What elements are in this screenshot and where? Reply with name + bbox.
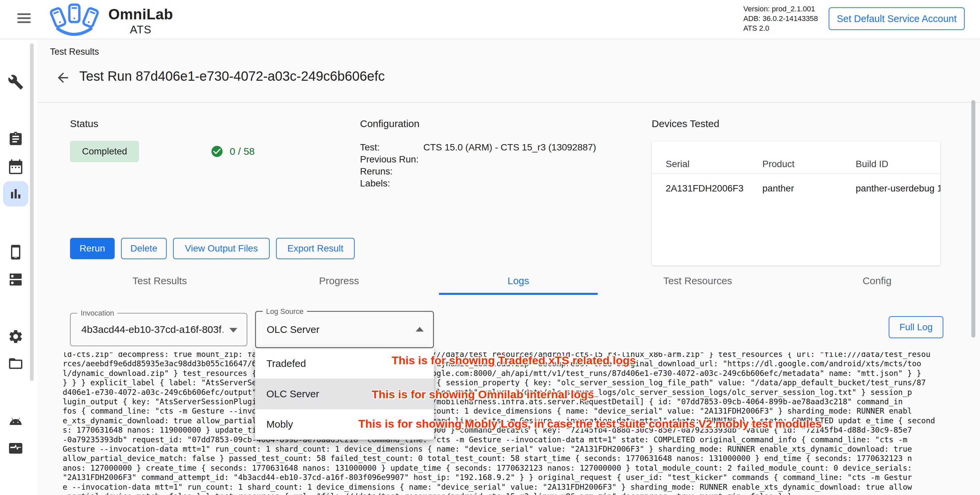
status-badge: Completed (70, 141, 139, 162)
sidebar-item-test-results[interactable] (8, 186, 24, 202)
annotation-olc-server: This is for showing Omnilab internal log… (372, 388, 594, 401)
sidebar-item-test-plans[interactable] (8, 131, 24, 147)
annotation-tradefed: This is for showing Tradefed xTS related… (392, 354, 636, 367)
menu-icon[interactable] (18, 13, 31, 23)
app-root: OmniLab ATS Version: prod_2.1.001 ADB: 3… (0, 0, 980, 495)
check-circle-icon (210, 145, 224, 158)
page-title: Test Run 87d406e1-e730-4072-a03c-249c6b6… (80, 69, 385, 84)
config-row-reruns: Reruns: (360, 166, 596, 177)
app-name: OmniLab (108, 6, 173, 23)
wrench-icon (8, 74, 24, 90)
tab-test-results[interactable]: Test Results (70, 270, 249, 295)
sidebar-item-build[interactable] (8, 74, 24, 90)
config-label: Reruns: (360, 166, 423, 177)
adb-line: ADB: 36.0.2-14143358 (743, 14, 818, 23)
calendar-icon (8, 159, 24, 175)
brand: OmniLab ATS (108, 6, 173, 36)
version-line: Version: prod_2.1.001 (743, 4, 818, 14)
config-row-previous-run: Previous Run: (360, 153, 596, 166)
tab-bar: Test Results Progress Logs Test Resource… (70, 270, 967, 295)
col-build-id: Build ID (856, 159, 940, 169)
devices-tested-heading: Devices Tested (652, 118, 719, 129)
failed-total-count: 0 / 58 (230, 146, 255, 157)
cell-build-id: panther-userdebug 15 r (856, 183, 940, 194)
main-content: Test Results Test Run 87d406e1-e730-4072… (37, 39, 980, 495)
ats-line: ATS 2.0 (743, 23, 818, 33)
col-serial: Serial (666, 159, 759, 169)
chevron-up-icon (416, 327, 424, 332)
view-output-files-button[interactable]: View Output Files (173, 238, 270, 259)
android-icon (8, 413, 24, 429)
chevron-down-icon (229, 328, 237, 332)
action-buttons: Rerun Delete View Output Files Export Re… (70, 238, 361, 259)
rerun-button[interactable]: Rerun (70, 238, 115, 259)
invocation-select[interactable]: Invocation 4b3acd44-eb10-37cd-a16f-803f… (70, 313, 247, 346)
devices-table: Serial Product Build ID 2A131FDH2006F3 p… (652, 141, 940, 265)
section-divider (37, 102, 980, 103)
sidebar-item-schedule[interactable] (8, 159, 24, 175)
app-header: OmniLab ATS Version: prod_2.1.001 ADB: 3… (0, 0, 980, 39)
back-button[interactable] (55, 70, 71, 85)
config-value: CTS 15.0 (ARM) - CTS 15_r3 (13092887) (423, 141, 596, 153)
page-scrollbar[interactable] (971, 100, 975, 338)
export-result-button[interactable]: Export Result (276, 238, 355, 259)
storage-icon (8, 271, 24, 287)
app-subtitle: ATS (108, 23, 173, 36)
status-heading: Status (70, 118, 98, 129)
cell-product: panther (762, 183, 852, 194)
log-source-value: OLC Server (267, 312, 410, 347)
set-default-service-account-button[interactable]: Set Default Service Account (829, 7, 965, 30)
breadcrumb: Test Results (50, 47, 99, 57)
sidebar-scrollbar[interactable] (30, 43, 33, 381)
folder-icon (8, 356, 24, 372)
sidebar-item-files[interactable] (8, 356, 24, 372)
config-label: Labels: (360, 177, 423, 190)
config-label: Previous Run: (360, 153, 423, 166)
log-source-select[interactable]: Log Source OLC Server (255, 311, 434, 348)
sidebar-item-android[interactable] (8, 413, 24, 429)
clipboard-icon (8, 131, 24, 147)
sidebar-item-hosts[interactable] (8, 271, 24, 287)
full-log-button[interactable]: Full Log (889, 316, 943, 338)
smartphone-icon (8, 244, 24, 260)
tab-progress[interactable]: Progress (249, 270, 429, 295)
arrow-back-icon (55, 70, 71, 85)
cell-serial: 2A131FDH2006F3 (666, 183, 759, 194)
omnilab-logo-icon (45, 2, 104, 39)
devices-table-header: Serial Product Build ID (652, 141, 940, 174)
annotation-mobly: This is for showing Mobly Logs, in case … (358, 417, 822, 430)
sidebar-item-settings[interactable] (8, 329, 24, 345)
result-summary: 0 / 58 (210, 141, 255, 161)
bar-chart-icon (8, 186, 24, 202)
tab-logs[interactable]: Logs (429, 270, 608, 295)
config-row-labels: Labels: (360, 177, 596, 190)
monitor-icon (8, 440, 24, 456)
version-info: Version: prod_2.1.001 ADB: 36.0.2-141433… (743, 4, 818, 33)
config-label: Test: (360, 141, 423, 153)
tab-config[interactable]: Config (788, 270, 967, 295)
sidebar-item-monitoring[interactable] (8, 440, 24, 456)
configuration-heading: Configuration (360, 118, 419, 129)
configuration-rows: Test: CTS 15.0 (ARM) - CTS 15_r3 (130928… (360, 141, 596, 190)
sidebar-nav (0, 39, 32, 495)
gear-icon (8, 329, 24, 345)
tab-test-resources[interactable]: Test Resources (608, 270, 788, 295)
invocation-value: 4b3acd44-eb10-37cd-a16f-803f… (81, 313, 223, 346)
sidebar-item-devices[interactable] (8, 244, 24, 260)
config-row-test: Test: CTS 15.0 (ARM) - CTS 15_r3 (130928… (360, 141, 596, 153)
col-product: Product (762, 159, 852, 169)
delete-button[interactable]: Delete (121, 238, 167, 259)
